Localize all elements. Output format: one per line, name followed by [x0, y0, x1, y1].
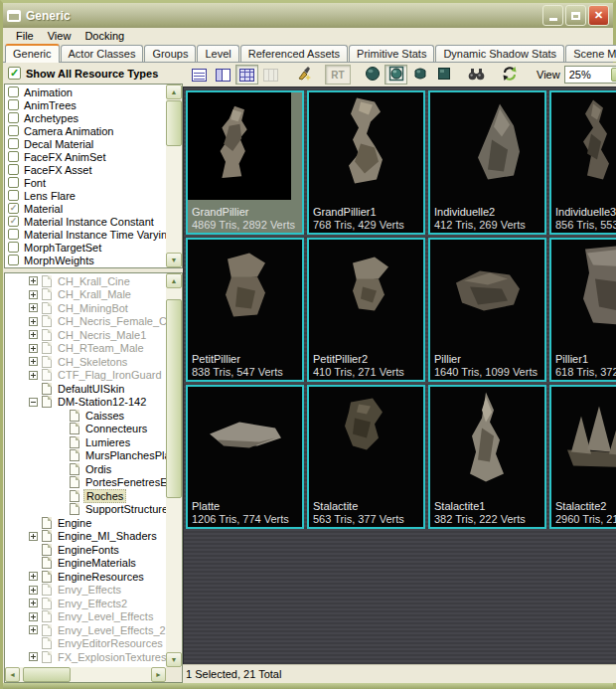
tree-item-envy_effects[interactable]: Envy_Effects	[5, 584, 166, 598]
tab-generic[interactable]: Generic	[5, 44, 60, 63]
usage-brush-button[interactable]	[292, 65, 315, 85]
resource-checkbox[interactable]: ✓	[8, 229, 19, 240]
tree-item-caisses[interactable]: Caisses	[5, 409, 166, 423]
maximize-button[interactable]	[565, 5, 586, 26]
resource-type-row[interactable]: ✓Material	[5, 202, 166, 215]
resource-type-row[interactable]: ✓Camera Animation	[5, 124, 166, 137]
resource-type-row[interactable]: ✓Material Instance Constant	[5, 215, 166, 228]
tree-item-envy_level_effects[interactable]: Envy_Level_Effects	[5, 610, 166, 624]
resource-list-scrollbar[interactable]: ▲ ▼	[166, 85, 182, 267]
tree-item-ch_krall_male[interactable]: CH_Krall_Male	[5, 288, 166, 302]
expand-plus-icon[interactable]	[29, 371, 38, 380]
tree-item-portesfenetresescal[interactable]: PortesFenetresEscal	[5, 476, 166, 490]
chevron-down-icon[interactable]: ▼	[611, 68, 616, 82]
scroll-down-icon[interactable]: ▼	[166, 652, 182, 667]
tree-item-engine[interactable]: Engine	[5, 516, 166, 530]
tree-vertical-scrollbar[interactable]: ▲ ▼	[166, 273, 182, 667]
tree-item-defaultuiskin[interactable]: DefaultUISkin	[5, 382, 166, 396]
resource-checkbox[interactable]: ✓	[8, 125, 19, 136]
scrollbar-thumb[interactable]	[166, 100, 182, 146]
expand-plus-icon[interactable]	[29, 532, 38, 541]
resource-type-row[interactable]: ✓FaceFX AnimSet	[5, 150, 166, 163]
expand-plus-icon[interactable]	[29, 357, 38, 366]
tree-item-enginematerials[interactable]: EngineMaterials	[5, 557, 166, 571]
tab-scene-manager[interactable]: Scene Manager	[565, 45, 616, 62]
resource-type-row[interactable]: ✓Archetypes	[5, 111, 166, 124]
tab-referenced-assets[interactable]: Referenced Assets	[240, 45, 348, 62]
asset-tile-individuelle3[interactable]: Individuelle3856 Tris, 553 Verts	[549, 90, 616, 235]
resource-checkbox[interactable]: ✓	[8, 190, 19, 201]
resource-checkbox[interactable]: ✓	[8, 151, 19, 162]
menu-docking[interactable]: Docking	[77, 29, 131, 44]
resource-checkbox[interactable]: ✓	[8, 267, 19, 268]
tab-dynamic-shadow-stats[interactable]: Dynamic Shadow Stats	[435, 45, 564, 62]
resource-checkbox[interactable]: ✓	[8, 177, 19, 188]
resource-type-row[interactable]: ✓MorphTargetSet	[5, 241, 166, 254]
asset-tile-stalactite2[interactable]: Stalactite22960 Tris, 2130 Verts	[549, 385, 616, 529]
resource-checkbox[interactable]: ✓	[8, 242, 19, 253]
tree-item-ch_rteam_male[interactable]: CH_RTeam_Male	[5, 342, 166, 356]
asset-tile-petitpillier2[interactable]: PetitPillier2410 Tris, 271 Verts	[307, 238, 425, 382]
tab-groups[interactable]: Groups	[144, 45, 196, 62]
resource-type-row[interactable]: ✓FaceFX Asset	[5, 163, 166, 176]
expand-plus-icon[interactable]	[29, 290, 38, 299]
tree-item-envy_effects2[interactable]: Envy_Effects2	[5, 597, 166, 610]
resource-type-row[interactable]: ✓Particle System	[5, 266, 166, 268]
close-button[interactable]: ✕	[588, 5, 609, 26]
primitive-cylinder-button[interactable]	[408, 65, 431, 85]
resource-type-row[interactable]: ✓Lens Flare	[5, 189, 166, 202]
show-all-resource-types-row[interactable]: ✓ Show All Resource Types	[4, 63, 183, 84]
asset-tile-petitpillier[interactable]: PetitPillier838 Tris, 547 Verts	[186, 238, 304, 382]
tree-item-ch_necris_female_cine[interactable]: CH_Necris_Female_Cine	[5, 315, 166, 329]
expand-plus-icon[interactable]	[29, 625, 38, 634]
resource-type-row[interactable]: ✓Font	[5, 176, 166, 189]
thumbnail-view-button[interactable]	[235, 65, 258, 85]
tree-item-connecteurs[interactable]: Connecteurs	[5, 423, 166, 436]
collapse-minus-icon[interactable]	[29, 398, 38, 407]
menu-view[interactable]: View	[41, 29, 78, 44]
expand-plus-icon[interactable]	[29, 303, 38, 312]
tree-item-enginefonts[interactable]: EngineFonts	[5, 543, 166, 557]
view-zoom-dropdown[interactable]: 25% ▼	[564, 66, 616, 84]
resource-checkbox[interactable]: ✓	[8, 164, 19, 175]
resource-checkbox[interactable]: ✓	[8, 112, 19, 123]
resource-checkbox[interactable]: ✓	[8, 216, 19, 227]
tree-item-ch_miningbot[interactable]: CH_MiningBot	[5, 301, 166, 315]
tree-item-dm-station12-142[interactable]: DM-Station12-142	[5, 396, 166, 410]
grid-view-button[interactable]	[259, 65, 282, 85]
tree-item-supportstructures[interactable]: SupportStructures	[5, 503, 166, 517]
refresh-button[interactable]	[498, 65, 521, 85]
tree-item-envy_level_effects_2[interactable]: Envy_Level_Effects_2	[5, 623, 166, 637]
tree-item-engine_mi_shaders[interactable]: Engine_MI_Shaders	[5, 530, 166, 544]
search-binoculars-button[interactable]	[465, 65, 488, 85]
expand-plus-icon[interactable]	[29, 344, 38, 353]
resource-checkbox[interactable]: ✓	[8, 203, 19, 214]
tree-item-ch_skeletons[interactable]: CH_Skeletons	[5, 355, 166, 369]
resource-checkbox[interactable]: ✓	[8, 99, 19, 110]
tree-item-lumieres[interactable]: Lumieres	[5, 435, 166, 449]
asset-tile-pillier1[interactable]: Pillier1618 Tris, 372 Verts	[549, 238, 616, 382]
asset-tile-grandpillier1[interactable]: GrandPillier1768 Tris, 429 Verts	[307, 90, 425, 235]
expand-plus-icon[interactable]	[29, 317, 38, 326]
primitive-plane-button[interactable]	[432, 65, 455, 85]
resource-type-row[interactable]: ✓Animation	[5, 86, 166, 98]
minimize-button[interactable]	[542, 5, 563, 26]
menu-file[interactable]: File	[9, 29, 41, 44]
expand-plus-icon[interactable]	[29, 586, 38, 595]
resource-type-row[interactable]: ✓AnimTrees	[5, 98, 166, 111]
tree-item-fx_explosiontextures[interactable]: FX_ExplosionTextures	[5, 650, 166, 664]
scroll-down-icon[interactable]: ▼	[166, 253, 182, 267]
tree-item-envyeditorresources[interactable]: EnvyEditorResources	[5, 637, 166, 651]
scroll-left-icon[interactable]: ◄	[5, 667, 20, 682]
show-all-checkbox[interactable]: ✓	[8, 67, 21, 80]
tree-item-roches[interactable]: Roches	[5, 489, 166, 503]
asset-tile-individuelle2[interactable]: Individuelle2412 Tris, 269 Verts	[428, 90, 546, 235]
tree-item-ch_krall_cine[interactable]: CH_Krall_Cine	[5, 274, 166, 288]
scroll-right-icon[interactable]: ►	[151, 667, 166, 682]
tab-actor-classes[interactable]: Actor Classes	[61, 45, 144, 62]
expand-plus-icon[interactable]	[29, 652, 38, 661]
tree-item-ordis[interactable]: Ordis	[5, 462, 166, 476]
tree-item-engineresources[interactable]: EngineResources	[5, 570, 166, 584]
asset-tile-platte[interactable]: Platte1206 Tris, 774 Verts	[186, 385, 304, 529]
expand-plus-icon[interactable]	[29, 599, 38, 607]
